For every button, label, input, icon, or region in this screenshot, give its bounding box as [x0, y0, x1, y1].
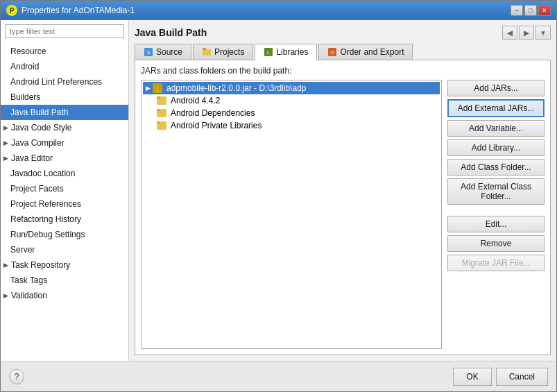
spacer: [447, 207, 545, 213]
btn-add-library-[interactable]: Add Library...: [447, 139, 545, 156]
tree-item-label: Android Dependencies: [171, 108, 255, 118]
panel-body: ▶jadpmobile-lib-r2.0.0.jar - D:\3rdlib\a…: [141, 80, 545, 349]
action-buttons: Add JARs...Add External JARs...Add Varia…: [447, 80, 545, 349]
sidebar-list: ResourceAndroidAndroid Lint PreferencesB…: [1, 42, 128, 361]
sidebar-item-label: Builders: [10, 91, 40, 103]
content-panel: JARs and class folders on the build path…: [135, 60, 551, 355]
tab-label: Order and Export: [340, 47, 404, 57]
btn-add-variable-[interactable]: Add Variable...: [447, 120, 545, 137]
tree-item-label: Android 4.4.2: [171, 96, 220, 105]
sidebar-item-6[interactable]: ▶Java Compiler: [1, 135, 128, 151]
expand-arrow-icon: ▶: [3, 121, 8, 134]
sidebar-item-label: Java Editor: [11, 152, 53, 164]
svg-rect-10: [157, 98, 166, 104]
tree-item-1[interactable]: Android 4.4.2: [143, 94, 440, 107]
sidebar-item-16[interactable]: ▶Validation: [1, 288, 128, 303]
sidebar-item-15[interactable]: Task Tags: [1, 273, 128, 288]
jar-icon: j: [153, 83, 162, 93]
tree-item-label: Android Private Libraries: [171, 121, 262, 130]
sidebar-item-10[interactable]: Project References: [1, 196, 128, 212]
sidebar-item-label: Android: [10, 60, 39, 73]
sidebar-item-label: Resource: [10, 45, 46, 58]
tab-source[interactable]: SSource: [135, 44, 191, 60]
svg-rect-11: [157, 96, 160, 99]
sidebar-item-0[interactable]: Resource: [1, 44, 128, 59]
btn-add-jars-[interactable]: Add JARs...: [447, 80, 545, 96]
close-button[interactable]: ✕: [538, 5, 551, 16]
sidebar-item-12[interactable]: Run/Debug Settings: [1, 227, 128, 242]
svg-text:O: O: [331, 50, 335, 55]
tab-icon-proj: [202, 47, 212, 57]
svg-text:L: L: [267, 50, 270, 55]
sidebar-item-label: Validation: [11, 289, 47, 302]
expand-arrow-icon: ▶: [3, 152, 8, 164]
svg-text:S: S: [147, 50, 151, 55]
sidebar-item-13[interactable]: Server: [1, 242, 128, 257]
properties-window: P Properties for AdOnTAMedia-1 – □ ✕ Res…: [0, 0, 557, 392]
filter-input[interactable]: [5, 24, 124, 38]
ok-button[interactable]: OK: [453, 368, 491, 386]
btn-remove[interactable]: Remove: [447, 235, 545, 252]
btn-add-class-folder-[interactable]: Add Class Folder...: [447, 159, 545, 176]
svg-rect-12: [157, 110, 166, 117]
window-title: Properties for AdOnTAMedia-1: [22, 6, 135, 15]
tab-label: Libraries: [276, 47, 308, 57]
tab-projects[interactable]: Projects: [193, 44, 253, 60]
menu-button[interactable]: ▼: [535, 26, 551, 40]
footer-right: OK Cancel: [453, 368, 548, 386]
svg-rect-3: [203, 48, 206, 50]
cancel-button[interactable]: Cancel: [496, 368, 548, 386]
page-nav: ◀ ▶ ▼: [502, 26, 551, 40]
btn-migrate-jar-file-: Migrate JAR File...: [447, 255, 545, 271]
sidebar: ResourceAndroidAndroid Lint PreferencesB…: [1, 20, 129, 361]
btn-add-external-class-folder-[interactable]: Add External Class Folder...: [447, 178, 545, 205]
folder-icon: [157, 121, 166, 130]
sidebar-item-4[interactable]: Java Build Path: [1, 105, 128, 120]
sidebar-item-11[interactable]: Refactoring History: [1, 212, 128, 227]
btn-edit-[interactable]: Edit...: [447, 216, 545, 232]
window-icon: P: [6, 5, 17, 16]
sidebar-item-label: Java Code Style: [11, 121, 71, 134]
sidebar-item-5[interactable]: ▶Java Code Style: [1, 120, 128, 135]
tree-item-label: adpmobile-lib-r2.0.0.jar - D:\3rdlib\adp: [166, 83, 306, 93]
sidebar-item-8[interactable]: Javadoc Location: [1, 166, 128, 181]
svg-rect-2: [203, 49, 211, 56]
build-path-tree[interactable]: ▶jadpmobile-lib-r2.0.0.jar - D:\3rdlib\a…: [141, 80, 442, 349]
svg-rect-13: [157, 109, 160, 111]
panel-description: JARs and class folders on the build path…: [141, 66, 545, 76]
forward-button[interactable]: ▶: [519, 26, 534, 40]
help-button[interactable]: ?: [9, 369, 24, 384]
sidebar-item-3[interactable]: Builders: [1, 90, 128, 105]
sidebar-item-label: Refactoring History: [10, 213, 81, 225]
tabs: SSourceProjectsLLibrariesOOrder and Expo…: [135, 44, 551, 60]
tree-item-3[interactable]: Android Private Libraries: [143, 119, 440, 132]
title-bar-left: P Properties for AdOnTAMedia-1: [6, 5, 135, 16]
minimize-button[interactable]: –: [511, 5, 523, 16]
tree-item-2[interactable]: Android Dependencies: [143, 107, 440, 119]
expand-arrow-icon: ▶: [3, 259, 8, 271]
title-bar: P Properties for AdOnTAMedia-1 – □ ✕: [1, 1, 556, 20]
sidebar-item-2[interactable]: Android Lint Preferences: [1, 74, 128, 90]
maximize-button[interactable]: □: [524, 5, 537, 16]
content-area: ResourceAndroidAndroid Lint PreferencesB…: [1, 20, 556, 361]
sidebar-item-label: Java Build Path: [10, 106, 68, 119]
back-button[interactable]: ◀: [502, 26, 517, 40]
sidebar-item-label: Server: [10, 244, 35, 256]
footer: ? OK Cancel: [1, 361, 556, 391]
sidebar-item-1[interactable]: Android: [1, 59, 128, 74]
sidebar-item-7[interactable]: ▶Java Editor: [1, 151, 128, 166]
sidebar-item-9[interactable]: Project Facets: [1, 181, 128, 196]
btn-add-external-jars-[interactable]: Add External JARs...: [447, 99, 545, 117]
tab-libraries[interactable]: LLibraries: [255, 44, 317, 60]
main-area: Java Build Path ◀ ▶ ▼ SSourceProjectsLLi…: [129, 20, 556, 361]
tab-label: Projects: [214, 47, 244, 57]
sidebar-item-label: Project References: [10, 198, 81, 210]
svg-rect-15: [157, 121, 160, 123]
sidebar-item-14[interactable]: ▶Task Repository: [1, 257, 128, 273]
sidebar-item-label: Task Tags: [10, 274, 47, 287]
sidebar-item-label: Javadoc Location: [10, 167, 75, 180]
tree-item-0[interactable]: ▶jadpmobile-lib-r2.0.0.jar - D:\3rdlib\a…: [143, 82, 440, 94]
tab-icon-src: S: [144, 47, 153, 57]
expand-arrow-icon: ▶: [3, 137, 8, 149]
tab-order-and-export[interactable]: OOrder and Export: [318, 44, 413, 60]
